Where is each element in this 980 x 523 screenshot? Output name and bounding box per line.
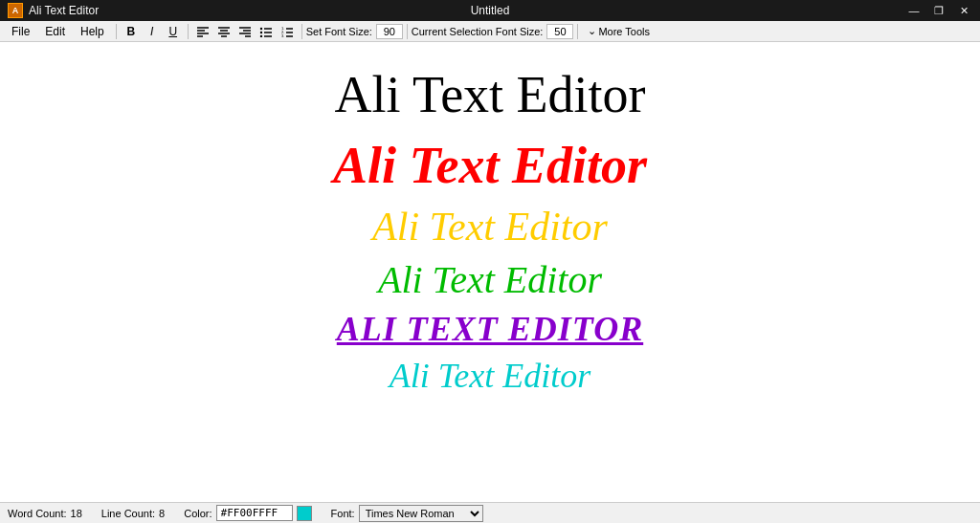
toolbar-separator-5 [577, 24, 578, 39]
editor-line-6: Ali Text Editor [38, 354, 942, 399]
menu-bar: File Edit Help B I U 1.2.3. Set Font Siz… [0, 21, 980, 42]
minimize-button[interactable]: — [905, 4, 923, 17]
align-center-button[interactable] [213, 23, 234, 40]
align-right-button[interactable] [234, 23, 256, 40]
svg-point-12 [260, 27, 262, 29]
italic-button[interactable]: I [142, 23, 163, 40]
title-bar-controls: — ❐ ✕ [905, 4, 972, 17]
menu-help[interactable]: Help [73, 21, 112, 41]
ordered-list-button[interactable]: 1.2.3. [277, 23, 298, 40]
current-selection-group: Current Selection Font Size: [412, 24, 574, 39]
close-button[interactable]: ✕ [955, 4, 972, 17]
font-select[interactable]: Times New Roman Arial Courier New [359, 505, 483, 522]
svg-point-14 [260, 31, 262, 33]
menu-edit[interactable]: Edit [37, 21, 73, 41]
unordered-list-button[interactable] [256, 23, 277, 40]
line-count-group: Line Count: 8 [101, 508, 165, 519]
toolbar-separator-1 [116, 24, 117, 39]
editor-line-4: Ali Text Editor [38, 255, 942, 305]
editor-line-2: Ali Text Editor [38, 132, 942, 199]
font-group: Font: Times New Roman Arial Courier New [331, 505, 483, 522]
underline-button[interactable]: U [163, 23, 184, 40]
more-tools-label: More Tools [598, 26, 650, 37]
set-font-size-group: Set Font Size: [306, 24, 403, 39]
word-count-group: Word Count: 18 [8, 508, 82, 519]
editor-line-5: ALI TEXT EDITOR [38, 307, 942, 352]
line-count-value: 8 [159, 508, 165, 519]
word-count-label: Word Count: [8, 508, 67, 519]
word-count-value: 18 [71, 508, 82, 519]
status-bar: Word Count: 18 Line Count: 8 Color: Font… [0, 502, 980, 523]
color-preview-swatch[interactable] [297, 506, 312, 521]
app-icon: A [8, 3, 23, 18]
font-label: Font: [331, 508, 355, 519]
more-tools-button[interactable]: ⌄ More Tools [582, 23, 656, 39]
editor-line-3: Ali Text Editor [38, 201, 942, 253]
editor-line-1: Ali Text Editor [38, 61, 942, 128]
current-selection-input[interactable] [546, 24, 573, 39]
color-label: Color: [184, 508, 212, 519]
line-count-label: Line Count: [101, 508, 155, 519]
title-bar-left: A Ali Text Editor [8, 3, 99, 18]
set-font-size-input[interactable] [376, 24, 403, 39]
color-group: Color: [184, 505, 311, 521]
set-font-size-label: Set Font Size: [306, 26, 372, 37]
title-bar-doc: Untitled [471, 4, 510, 17]
toolbar-separator-3 [301, 24, 302, 39]
toolbar-separator-2 [188, 24, 189, 39]
editor-area[interactable]: Ali Text Editor Ali Text Editor Ali Text… [0, 42, 980, 502]
restore-button[interactable]: ❐ [930, 4, 947, 17]
svg-text:3.: 3. [281, 33, 284, 37]
current-selection-label: Current Selection Font Size: [412, 26, 544, 37]
svg-point-16 [260, 34, 262, 36]
toolbar-separator-4 [407, 24, 408, 39]
title-bar-title: Ali Text Editor [29, 4, 99, 17]
align-left-button[interactable] [192, 23, 213, 40]
title-bar: A Ali Text Editor Untitled — ❐ ✕ [0, 0, 980, 21]
bold-button[interactable]: B [121, 23, 142, 40]
menu-file[interactable]: File [4, 21, 37, 41]
color-input[interactable] [216, 505, 293, 521]
more-tools-chevron-icon: ⌄ [588, 25, 596, 37]
